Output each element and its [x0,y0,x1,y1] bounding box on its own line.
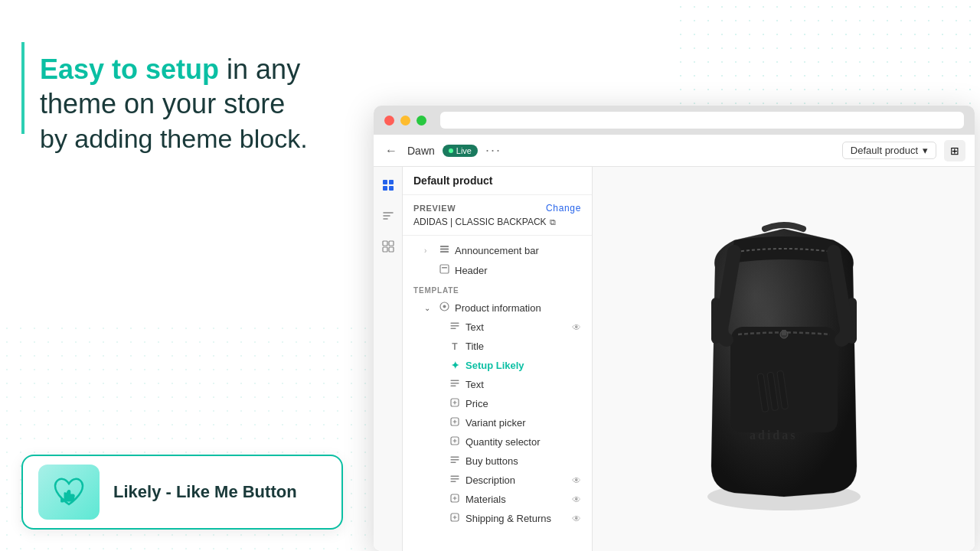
svg-rect-9 [440,249,449,250]
live-badge: Live [443,145,478,157]
svg-rect-41 [60,498,64,503]
svg-rect-24 [451,457,459,458]
back-icon: ← [385,144,397,158]
svg-rect-11 [440,265,449,273]
tree-item-text-2[interactable]: Text [403,375,592,394]
sidebar-icon-apps[interactable] [379,237,397,256]
card-title: Likely - Like Me Button [113,482,297,502]
product-select-label: Default product [851,145,918,156]
editor-main: Default product PREVIEW Change ADIDAS | … [374,167,975,551]
svg-rect-15 [451,323,459,324]
svg-rect-0 [383,180,387,184]
preview-section: PREVIEW Change ADIDAS | CLASSIC BACKPACK… [403,195,592,236]
card-icon [38,465,100,520]
traffic-light-red[interactable] [384,116,394,126]
tree-item-label: Announcement bar [455,245,581,256]
sidebar-icon-media[interactable] [379,207,397,225]
eye-icon[interactable]: 👁 [572,494,581,505]
hero-section: Easy to setup in any theme on your store… [40,52,361,155]
svg-point-14 [443,305,446,308]
theme-name-label: Dawn [407,145,435,157]
left-panel: Default product PREVIEW Change ADIDAS | … [403,167,593,551]
browser-content: ← Dawn Live ··· Default product ▾ ⊞ [374,135,975,551]
tree-expand-icon: ⌄ [424,304,433,312]
tree-section-icon [438,264,450,276]
svg-rect-12 [442,267,447,269]
preview-product-link[interactable]: ⧉ [550,217,556,227]
back-button[interactable]: ← [383,142,400,159]
sidebar-icon-panel [374,167,403,551]
product-selector[interactable]: Default product ▾ [842,142,936,159]
bottom-card: Likely - Like Me Button [21,455,343,530]
svg-rect-6 [383,247,387,252]
svg-rect-17 [451,328,456,330]
tree-item-shipping-returns[interactable]: Shipping & Returns 👁 [403,509,592,528]
svg-rect-28 [451,478,459,480]
more-options-button[interactable]: ··· [485,142,501,158]
eye-icon[interactable]: 👁 [572,475,581,486]
eye-icon[interactable]: 👁 [572,322,581,333]
tree-item-quantity-selector[interactable]: Quantity selector [403,432,592,452]
preview-pane: adidas [593,167,975,551]
traffic-light-yellow[interactable] [400,116,410,126]
svg-rect-4 [383,241,387,246]
accent-bar [21,42,24,134]
svg-rect-26 [451,462,456,464]
backpack-image: adidas [673,206,895,512]
svg-text:adidas: adidas [750,429,797,442]
tree-section-icon [438,302,450,314]
tree-item-materials[interactable]: Materials 👁 [403,490,592,509]
tree-item-product-information[interactable]: ⌄ Product information [403,298,592,318]
grid-view-button[interactable]: ⊞ [944,140,965,161]
svg-rect-10 [440,251,449,253]
traffic-light-green[interactable] [416,116,426,126]
browser-url-bar[interactable] [440,112,964,129]
tree-panel: › Announcement bar Header [403,236,592,551]
browser-window: ← Dawn Live ··· Default product ▾ ⊞ [374,106,975,551]
browser-titlebar [374,106,975,135]
preview-label: PREVIEW Change [413,203,581,214]
sidebar-icon-sections[interactable] [379,176,397,194]
tree-section-icon [438,244,450,256]
svg-rect-18 [451,380,459,382]
tree-item-label: Product information [455,302,581,314]
svg-rect-1 [389,180,394,184]
hero-line2: by adding theme block. [40,122,361,155]
grid-icon: ⊞ [950,145,959,157]
svg-rect-19 [451,383,459,384]
panel-header: Default product [403,167,592,195]
live-label: Live [456,146,472,155]
editor-toolbar: ← Dawn Live ··· Default product ▾ ⊞ [374,135,975,167]
hero-headline: Easy to setup in any theme on your store [40,52,361,121]
svg-rect-5 [389,241,394,246]
svg-rect-16 [451,325,459,327]
svg-rect-8 [440,246,449,247]
eye-icon[interactable]: 👁 [572,514,581,524]
tree-item-price[interactable]: Price [403,394,592,413]
tree-item-header[interactable]: Header [403,260,592,280]
svg-rect-7 [389,247,394,252]
tree-item-title[interactable]: T Title [403,337,592,356]
svg-rect-25 [451,459,459,461]
panel-title: Default product [413,174,492,187]
tree-item-announcement-bar[interactable]: › Announcement bar [403,240,592,260]
tree-item-label: Header [455,265,581,276]
svg-rect-29 [451,481,456,483]
template-section-label: TEMPLATE [403,280,592,298]
chevron-down-icon: ▾ [923,145,928,156]
tree-item-text-1[interactable]: Text 👁 [403,318,592,337]
tree-item-description[interactable]: Description 👁 [403,471,592,490]
svg-rect-34 [782,330,786,335]
tree-expand-icon: › [424,246,433,255]
svg-rect-2 [383,186,387,191]
preview-change-button[interactable]: Change [546,203,581,214]
preview-product-name: ADIDAS | CLASSIC BACKPACK ⧉ [413,217,581,227]
svg-rect-3 [389,186,394,191]
svg-rect-27 [451,476,459,478]
svg-rect-20 [451,386,456,387]
live-dot [449,148,453,153]
tree-item-buy-buttons[interactable]: Buy buttons [403,452,592,471]
tree-item-variant-picker[interactable]: Variant picker [403,413,592,432]
hero-highlight: Easy to setup [40,54,219,85]
tree-item-setup-likely[interactable]: ✦ Setup Likely [403,356,592,375]
